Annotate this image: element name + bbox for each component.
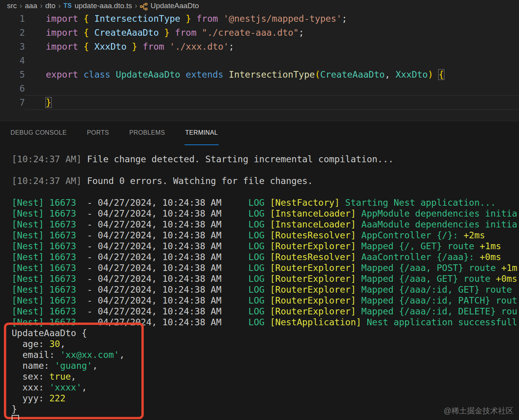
terminal-segment: [Nest] 16673: [12, 252, 87, 262]
breadcrumb-item-file[interactable]: update-aaa.dto.ts: [75, 2, 132, 10]
code-segment: '@nestjs/mapped-types': [223, 14, 342, 24]
terminal-segment: LOG: [248, 295, 270, 305]
terminal-segment: Mapped {/aaa/:id, DELETE} rou: [361, 306, 517, 316]
bottom-panel: DEBUG CONSOLEPORTSPROBLEMSTERMINAL [10:2…: [0, 121, 519, 420]
watermark: @稀土掘金技术社区: [444, 406, 514, 416]
terminal-segment: ,: [92, 361, 98, 371]
code-segment: extends: [186, 69, 229, 80]
terminal-segment: Starting Nest application...: [345, 198, 496, 208]
terminal-segment: ,: [119, 350, 125, 360]
code-editor[interactable]: 1import { IntersectionType } from '@nest…: [0, 12, 519, 121]
panel-tab-ports[interactable]: PORTS: [86, 121, 110, 145]
code-segment: }: [46, 97, 51, 108]
terminal-segment: 'guang': [55, 361, 92, 371]
code-segment: './xxx.dto': [170, 42, 229, 52]
terminal-segment: [RouterExplorer]: [270, 285, 361, 295]
code-segment: "./create-aaa.dto": [202, 28, 299, 38]
line-number: 7: [0, 97, 25, 108]
terminal-segment: [RouterExplorer]: [270, 241, 361, 251]
terminal-segment: +2ms: [463, 230, 485, 240]
code-segment: from: [170, 28, 202, 38]
terminal-segment: - 04/27/2024, 10:24:38 AM: [87, 208, 248, 219]
breadcrumb-item-symbol[interactable]: UpdateAaaDto: [150, 2, 199, 10]
terminal-segment: [10:24:37 AM]: [12, 154, 87, 164]
terminal-segment: [Nest] 16673: [12, 306, 87, 316]
terminal-line: age: 30,: [12, 338, 519, 349]
code-content: export class UpdateAaaDto extends Inters…: [25, 68, 519, 82]
terminal-line: sex: true,: [12, 371, 519, 382]
class-symbol-icon: [140, 3, 148, 10]
code-segment: CreateAaaDto: [320, 69, 385, 80]
breadcrumb: src › aaa › dto › TS update-aaa.dto.ts ›…: [0, 0, 519, 12]
terminal-segment: [RouterExplorer]: [270, 295, 361, 305]
terminal-segment: - 04/27/2024, 10:24:38 AM: [87, 252, 248, 262]
code-line[interactable]: 1import { IntersectionType } from '@nest…: [0, 12, 519, 26]
terminal-segment: Nest application successfull: [367, 317, 517, 327]
code-content: [25, 54, 519, 68]
terminal-segment: - 04/27/2024, 10:24:38 AM: [87, 295, 248, 305]
breadcrumb-item-src[interactable]: src: [7, 2, 17, 10]
terminal-output[interactable]: [10:24:37 AM] File change detected. Star…: [0, 145, 519, 415]
line-number: 5: [0, 69, 25, 80]
code-line[interactable]: 2import { CreateAaaDto } from "./create-…: [0, 26, 519, 40]
terminal-segment: [InstanceLoader]: [270, 208, 361, 219]
terminal-line: name: 'guang',: [12, 360, 519, 371]
code-line[interactable]: 5export class UpdateAaaDto extends Inter…: [0, 68, 519, 82]
terminal-segment: - 04/27/2024, 10:24:38 AM: [87, 274, 248, 284]
terminal-line: UpdateAaaDto {: [12, 328, 519, 338]
code-segment: IntersectionType: [94, 14, 181, 24]
code-line[interactable]: 3import { XxxDto } from './xxx.dto';: [0, 40, 519, 54]
code-content: import { XxxDto } from './xxx.dto';: [25, 40, 519, 54]
terminal-segment: [RoutesResolver]: [270, 230, 361, 240]
terminal-segment: LOG: [248, 263, 270, 273]
code-segment: import: [46, 14, 84, 24]
terminal-line: [12, 165, 519, 175]
terminal-segment: sex:: [12, 371, 49, 382]
line-number: 2: [0, 28, 25, 38]
code-segment: import: [46, 28, 84, 38]
terminal-segment: +1m: [501, 263, 517, 273]
terminal-segment: yyy:: [12, 393, 49, 403]
terminal-line: [Nest] 16673 - 04/27/2024, 10:24:38 AM L…: [12, 284, 519, 295]
line-number: 1: [0, 14, 25, 24]
chevron-right-icon: ›: [135, 2, 138, 9]
panel-tab-problems[interactable]: PROBLEMS: [129, 121, 166, 145]
terminal-line: [Nest] 16673 - 04/27/2024, 10:24:38 AM L…: [12, 208, 519, 219]
code-segment: {: [439, 69, 444, 80]
panel-tab-debug-console[interactable]: DEBUG CONSOLE: [10, 121, 68, 145]
panel-tab-terminal[interactable]: TERMINAL: [185, 121, 219, 145]
code-segment: XxxDto: [94, 42, 127, 52]
terminal-segment: Mapped {/aaa/:id, GET} route: [361, 285, 512, 295]
code-segment: from: [191, 14, 223, 24]
terminal-line: xxx: 'xxxx',: [12, 382, 519, 393]
terminal-line: [Nest] 16673 - 04/27/2024, 10:24:38 AM L…: [12, 262, 519, 273]
code-content: import { IntersectionType } from '@nestj…: [25, 12, 519, 26]
terminal-segment: - 04/27/2024, 10:24:38 AM: [87, 317, 248, 327]
chevron-right-icon: ›: [40, 2, 43, 9]
terminal-line: [Nest] 16673 - 04/27/2024, 10:24:38 AM L…: [12, 197, 519, 208]
code-segment: }: [159, 28, 170, 38]
breadcrumb-item-aaa[interactable]: aaa: [25, 2, 37, 10]
terminal-segment: - 04/27/2024, 10:24:38 AM: [87, 241, 248, 251]
terminal-segment: ,: [71, 371, 76, 382]
terminal-segment: [Nest] 16673: [12, 230, 87, 240]
code-segment: {: [84, 42, 94, 52]
terminal-segment: Mapped {/aaa/:id, PATCH} rout: [361, 295, 517, 305]
code-segment: UpdateAaaDto: [116, 69, 186, 80]
code-line[interactable]: 7}: [0, 95, 519, 109]
terminal-segment: AppController {/}:: [361, 230, 463, 240]
breadcrumb-item-dto[interactable]: dto: [45, 2, 55, 10]
terminal-segment: ,: [82, 382, 87, 392]
typescript-file-icon: TS: [63, 2, 71, 9]
terminal-segment: LOG: [248, 219, 270, 229]
terminal-segment: [RouterExplorer]: [270, 274, 361, 284]
terminal-segment: [RouterExplorer]: [270, 306, 361, 316]
terminal-segment: 'xx@xx.com': [60, 350, 119, 360]
code-line[interactable]: 6: [0, 82, 519, 95]
terminal-segment: Mapped {/aaa, POST} route: [361, 263, 501, 273]
terminal-segment: [Nest] 16673: [12, 219, 87, 229]
terminal-segment: AaaModule dependencies initia: [361, 219, 517, 229]
terminal-line: [Nest] 16673 - 04/27/2024, 10:24:38 AM L…: [12, 306, 519, 317]
terminal-segment: [NestFactory]: [270, 198, 345, 208]
code-line[interactable]: 4: [0, 54, 519, 68]
